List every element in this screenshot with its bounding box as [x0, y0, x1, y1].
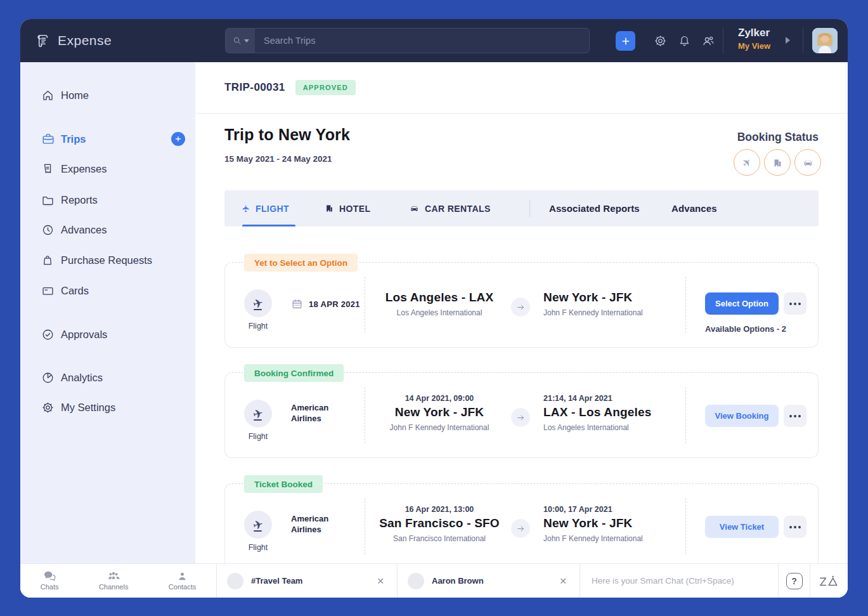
chat-bubble-icon	[44, 571, 56, 582]
users-icon[interactable]	[701, 34, 715, 48]
sidebar-item-cards[interactable]: Cards	[20, 275, 195, 306]
booking-status-car	[794, 149, 821, 176]
topbar-divider	[723, 28, 723, 53]
receipt-icon	[41, 162, 55, 176]
flight-card-confirmed: Booking Confirmed ✈ Flight American Airl…	[224, 372, 819, 458]
from-city: Los Angeles - LAX	[372, 291, 507, 305]
sidebar-item-expenses[interactable]: Expenses	[20, 154, 195, 184]
shopping-bag-icon	[41, 253, 55, 267]
close-icon[interactable]: ✕	[374, 573, 387, 589]
flight-type-icon-circle: ✈	[244, 511, 272, 539]
car-icon	[409, 203, 420, 214]
card-divider	[365, 498, 365, 554]
receipt-logo-icon	[34, 32, 51, 49]
chat-tab-travel-team[interactable]: #Travel Team ✕	[216, 564, 397, 598]
search-box	[225, 28, 590, 53]
settings-icon[interactable]	[654, 34, 667, 48]
search-input[interactable]	[255, 29, 589, 53]
sidebar-item-home[interactable]: Home	[20, 80, 195, 110]
org-name: Zylker	[738, 27, 770, 39]
route-to: New York - JFK John F Kennedy Internatio…	[543, 291, 692, 317]
check-circle-icon	[41, 327, 55, 341]
help-button[interactable]: ?	[786, 573, 803, 589]
flight-type-icon-circle: ✈	[244, 400, 272, 428]
from-time: 14 Apr 2021, 09:00	[372, 394, 507, 403]
smart-chat-input[interactable]	[592, 576, 767, 586]
person-icon	[177, 571, 188, 582]
quick-add-button[interactable]	[616, 31, 635, 51]
trip-title: Trip to New York	[224, 126, 350, 144]
home-icon	[41, 88, 55, 102]
card-status-badge: Ticket Booked	[244, 475, 323, 493]
calendar-icon	[291, 298, 303, 310]
tab-car-rentals[interactable]: CAR RENTALS	[409, 190, 491, 226]
card-divider	[685, 498, 686, 554]
view-label: My View	[738, 41, 770, 51]
takeoff-line	[254, 309, 262, 310]
avatar-image	[812, 28, 838, 53]
tab-advances[interactable]: Advances	[671, 190, 717, 226]
airline-name: American Airlines	[291, 402, 348, 424]
user-avatar[interactable]	[812, 28, 838, 53]
more-options-button[interactable]	[784, 516, 806, 538]
close-icon[interactable]: ✕	[557, 573, 569, 589]
smart-chat-bar: Chats Channels Contacts #Travel Team ✕	[20, 563, 848, 598]
sidebar-item-reports[interactable]: Reports	[20, 185, 195, 215]
sidebar-item-label: Purchase Requests	[61, 254, 152, 266]
hotel-icon	[772, 157, 783, 168]
tab-flight[interactable]: ✈ FLIGHT	[242, 190, 289, 226]
card-divider	[365, 277, 365, 333]
app-window: Expense	[20, 19, 848, 598]
chats-nav-item[interactable]: Chats	[41, 571, 59, 591]
gear-icon	[41, 400, 55, 414]
notifications-bell-icon[interactable]	[678, 34, 691, 48]
tab-hotel[interactable]: HOTEL	[325, 190, 370, 226]
more-options-button[interactable]	[784, 292, 806, 315]
from-airport: San Francisco International	[372, 534, 507, 543]
flight-takeoff-icon: ✈	[252, 518, 264, 532]
add-trip-button[interactable]	[171, 132, 185, 146]
plane-icon: ✈	[740, 155, 754, 169]
sidebar-item-advances[interactable]: Advances	[20, 214, 195, 245]
channels-label: Channels	[99, 583, 128, 591]
help-section: ?	[778, 564, 810, 598]
chat-tab-title: #Travel Team	[251, 576, 374, 586]
search-scope-dropdown[interactable]	[226, 29, 255, 53]
available-options-note: Available Options - 2	[705, 324, 786, 334]
sidebar-item-my-settings[interactable]: My Settings	[20, 392, 195, 423]
sidebar-item-label: Cards	[61, 285, 89, 297]
booking-status: Booking Status ✈	[734, 131, 821, 176]
sidebar-item-approvals[interactable]: Approvals	[20, 319, 195, 350]
view-booking-button[interactable]: View Booking	[705, 405, 779, 427]
more-options-button[interactable]	[784, 405, 806, 427]
account-switcher[interactable]: Zylker My View	[738, 27, 770, 51]
takeoff-line	[254, 530, 262, 532]
select-option-button[interactable]: Select Option	[705, 292, 779, 315]
chats-label: Chats	[41, 583, 59, 591]
sidebar: Home Trips Expenses Reports Advances Pur…	[20, 62, 195, 598]
channels-nav-item[interactable]: Channels	[99, 571, 128, 591]
card-status-badge: Yet to Select an Option	[244, 254, 358, 272]
sidebar-item-label: Expenses	[61, 163, 107, 175]
sidebar-item-purchase-requests[interactable]: Purchase Requests	[20, 245, 195, 275]
to-airport: Los Angeles International	[543, 423, 692, 432]
tab-associated-reports[interactable]: Associated Reports	[549, 190, 640, 226]
sidebar-item-trips[interactable]: Trips	[20, 124, 195, 154]
sidebar-item-label: Home	[61, 89, 89, 102]
zia-assistant-button[interactable]	[810, 564, 848, 598]
from-time: 16 Apr 2021, 13:00	[372, 505, 507, 514]
contacts-nav-item[interactable]: Contacts	[169, 571, 196, 591]
chat-tab-aaron-brown[interactable]: Aaron Brown ✕	[397, 564, 580, 598]
sidebar-item-analytics[interactable]: Analytics	[20, 362, 195, 393]
chat-avatar	[227, 573, 243, 589]
booking-status-hotel	[764, 149, 791, 176]
flight-card-pending: Yet to Select an Option ✈ Flight 18 APR …	[224, 262, 819, 348]
from-city: San Francisco - SFO	[372, 516, 507, 530]
route-from: 14 Apr 2021, 09:00 New York - JFK John F…	[372, 394, 507, 432]
zia-logo-icon	[819, 573, 840, 589]
booking-status-label: Booking Status	[734, 131, 821, 144]
view-ticket-button[interactable]: View Ticket	[705, 516, 779, 538]
tab-associated-reports-label: Associated Reports	[549, 203, 640, 214]
to-city: New York - JFK	[543, 516, 692, 530]
flight-takeoff-icon: ✈	[252, 407, 264, 421]
